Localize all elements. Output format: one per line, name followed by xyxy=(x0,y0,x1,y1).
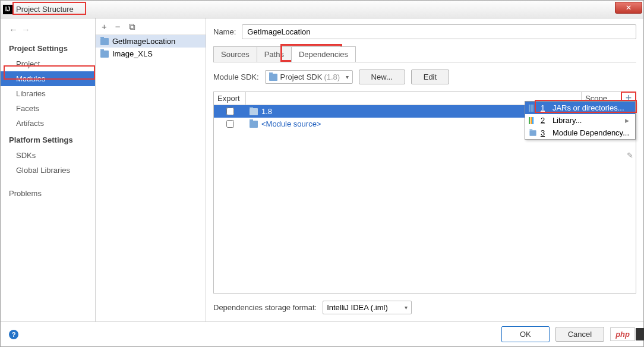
module-detail-panel: Name: Sources Paths Dependencies Module … xyxy=(206,18,643,321)
popup-num: 1 xyxy=(541,103,549,112)
popup-label: Module Dependency... xyxy=(553,128,629,137)
dep-export-checkbox[interactable] xyxy=(226,108,234,115)
module-name-input[interactable] xyxy=(242,24,636,39)
chevron-down-icon: ▾ xyxy=(405,304,408,311)
project-settings-header: Project Settings xyxy=(1,39,95,56)
library-icon xyxy=(529,116,537,125)
popup-item-module-dep[interactable]: 3 Module Dependency... xyxy=(525,127,635,139)
storage-value: IntelliJ IDEA (.iml) xyxy=(327,303,388,312)
col-export: Export xyxy=(214,92,246,105)
submenu-arrow-icon: ▶ xyxy=(625,118,629,124)
titlebar: IJ Project Structure ✕ xyxy=(1,1,643,18)
module-item-image-xls[interactable]: Image_XLS xyxy=(96,48,206,60)
storage-label: Dependencies storage format: xyxy=(213,303,317,312)
sidebar-item-sdks[interactable]: SDKs xyxy=(1,148,95,163)
sdk-selected-text: Project SDK xyxy=(280,72,323,81)
module-item-getimagelocation[interactable]: GetImageLocation xyxy=(96,35,206,48)
sdk-label: Module SDK: xyxy=(213,72,259,81)
nav-arrows: ← → xyxy=(1,22,95,39)
dep-label: 1.8 xyxy=(261,107,272,116)
module-label: Image_XLS xyxy=(112,49,153,58)
sidebar-item-facets[interactable]: Facets xyxy=(1,101,95,116)
copy-module-icon[interactable]: ⧉ xyxy=(129,21,135,32)
add-module-icon[interactable]: + xyxy=(102,21,107,31)
new-sdk-button[interactable]: New... xyxy=(359,70,405,84)
sidebar-item-artifacts[interactable]: Artifacts xyxy=(1,116,95,131)
folder-icon xyxy=(100,51,109,58)
help-icon[interactable]: ? xyxy=(9,330,18,339)
jars-icon xyxy=(529,104,537,112)
popup-num: 2 xyxy=(541,116,549,125)
popup-item-jars[interactable]: 1 JARs or directories... xyxy=(525,102,635,114)
tab-dependencies[interactable]: Dependencies xyxy=(291,46,356,62)
window-title: Project Structure xyxy=(16,5,74,14)
sdk-version-text: (1.8) xyxy=(324,72,340,81)
project-structure-window: IJ Project Structure ✕ ← → Project Setti… xyxy=(0,0,644,347)
app-icon: IJ xyxy=(3,5,12,14)
sidebar-item-libraries[interactable]: Libraries xyxy=(1,86,95,101)
tab-paths[interactable]: Paths xyxy=(257,46,292,62)
sidebar-item-global-libraries[interactable]: Global Libraries xyxy=(1,163,95,178)
module-label: GetImageLocation xyxy=(112,37,175,46)
folder-icon xyxy=(100,38,109,45)
content-area: ← → Project Settings Project Modules Lib… xyxy=(1,18,643,321)
edit-sdk-button[interactable]: Edit xyxy=(411,70,449,84)
name-row: Name: xyxy=(213,24,636,39)
remove-module-icon[interactable]: − xyxy=(115,21,121,31)
sidebar-item-problems[interactable]: Problems xyxy=(1,186,95,201)
popup-num: 3 xyxy=(541,128,549,137)
modules-list-panel: + − ⧉ GetImageLocation Image_XLS xyxy=(96,18,206,321)
tab-sources[interactable]: Sources xyxy=(213,46,257,62)
php-badge: php xyxy=(610,327,635,341)
folder-icon xyxy=(250,108,258,115)
sidebar-item-project[interactable]: Project xyxy=(1,56,95,71)
close-button[interactable]: ✕ xyxy=(615,2,642,14)
storage-format-dropdown[interactable]: IntelliJ IDEA (.iml) ▾ xyxy=(323,301,412,314)
popup-item-library[interactable]: 2 Library... ▶ xyxy=(525,114,635,127)
name-label: Name: xyxy=(213,27,236,36)
dep-label: <Module source> xyxy=(261,119,321,128)
forward-arrow-icon[interactable]: → xyxy=(21,24,30,34)
module-dep-icon xyxy=(529,129,537,137)
dep-export-checkbox[interactable] xyxy=(226,120,234,128)
platform-settings-header: Platform Settings xyxy=(1,131,95,148)
ok-button[interactable]: OK xyxy=(501,326,550,342)
tabs: Sources Paths Dependencies xyxy=(213,46,636,62)
storage-row: Dependencies storage format: IntelliJ ID… xyxy=(213,294,636,321)
sdk-dropdown[interactable]: Project SDK (1.8) ▾ xyxy=(265,70,353,84)
back-arrow-icon[interactable]: ← xyxy=(9,24,18,34)
sdk-row: Module SDK: Project SDK (1.8) ▾ New... E… xyxy=(213,70,636,84)
cancel-button[interactable]: Cancel xyxy=(555,327,604,342)
popup-label: JARs or directories... xyxy=(553,103,624,112)
edit-dep-icon[interactable]: ✎ xyxy=(627,151,633,160)
folder-icon xyxy=(250,121,258,128)
add-dependency-popup: 1 JARs or directories... 2 Library... ▶ … xyxy=(525,101,636,140)
folder-icon xyxy=(269,74,277,81)
chevron-down-icon: ▾ xyxy=(346,74,349,80)
modules-toolbar: + − ⧉ xyxy=(96,18,206,35)
footer: ? OK Cancel php xyxy=(1,321,643,346)
left-sidebar: ← → Project Settings Project Modules Lib… xyxy=(1,18,96,321)
sidebar-item-modules[interactable]: Modules xyxy=(1,71,95,86)
popup-label: Library... xyxy=(553,116,582,125)
